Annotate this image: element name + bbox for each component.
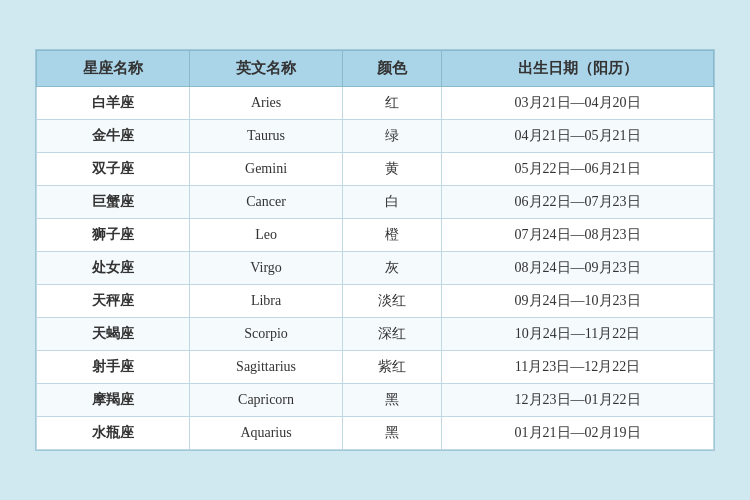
header-birthdate: 出生日期（阳历） [442, 51, 714, 87]
birth-dates: 10月24日—11月22日 [442, 318, 714, 351]
color-name: 黑 [343, 417, 442, 450]
english-name: Capricorn [190, 384, 343, 417]
chinese-name: 摩羯座 [37, 384, 190, 417]
english-name: Sagittarius [190, 351, 343, 384]
color-name: 绿 [343, 120, 442, 153]
english-name: Leo [190, 219, 343, 252]
color-name: 白 [343, 186, 442, 219]
english-name: Aquarius [190, 417, 343, 450]
color-name: 紫红 [343, 351, 442, 384]
birth-dates: 01月21日—02月19日 [442, 417, 714, 450]
birth-dates: 03月21日—04月20日 [442, 87, 714, 120]
chinese-name: 天秤座 [37, 285, 190, 318]
birth-dates: 11月23日—12月22日 [442, 351, 714, 384]
table-row: 白羊座Aries红03月21日—04月20日 [37, 87, 714, 120]
birth-dates: 12月23日—01月22日 [442, 384, 714, 417]
table-row: 狮子座Leo橙07月24日—08月23日 [37, 219, 714, 252]
chinese-name: 处女座 [37, 252, 190, 285]
chinese-name: 水瓶座 [37, 417, 190, 450]
color-name: 灰 [343, 252, 442, 285]
birth-dates: 08月24日—09月23日 [442, 252, 714, 285]
birth-dates: 06月22日—07月23日 [442, 186, 714, 219]
table-row: 天秤座Libra淡红09月24日—10月23日 [37, 285, 714, 318]
birth-dates: 09月24日—10月23日 [442, 285, 714, 318]
chinese-name: 射手座 [37, 351, 190, 384]
header-english-name: 英文名称 [190, 51, 343, 87]
chinese-name: 白羊座 [37, 87, 190, 120]
table-row: 金牛座Taurus绿04月21日—05月21日 [37, 120, 714, 153]
header-color: 颜色 [343, 51, 442, 87]
zodiac-table: 星座名称 英文名称 颜色 出生日期（阳历） 白羊座Aries红03月21日—04… [35, 49, 715, 451]
english-name: Libra [190, 285, 343, 318]
birth-dates: 07月24日—08月23日 [442, 219, 714, 252]
color-name: 黑 [343, 384, 442, 417]
chinese-name: 金牛座 [37, 120, 190, 153]
color-name: 黄 [343, 153, 442, 186]
table-row: 天蝎座Scorpio深红10月24日—11月22日 [37, 318, 714, 351]
table-row: 射手座Sagittarius紫红11月23日—12月22日 [37, 351, 714, 384]
table-row: 双子座Gemini黄05月22日—06月21日 [37, 153, 714, 186]
chinese-name: 巨蟹座 [37, 186, 190, 219]
color-name: 深红 [343, 318, 442, 351]
birth-dates: 05月22日—06月21日 [442, 153, 714, 186]
table-row: 处女座Virgo灰08月24日—09月23日 [37, 252, 714, 285]
chinese-name: 天蝎座 [37, 318, 190, 351]
header-chinese-name: 星座名称 [37, 51, 190, 87]
table-row: 巨蟹座Cancer白06月22日—07月23日 [37, 186, 714, 219]
chinese-name: 狮子座 [37, 219, 190, 252]
english-name: Scorpio [190, 318, 343, 351]
table-header-row: 星座名称 英文名称 颜色 出生日期（阳历） [37, 51, 714, 87]
english-name: Gemini [190, 153, 343, 186]
english-name: Taurus [190, 120, 343, 153]
table-row: 水瓶座Aquarius黑01月21日—02月19日 [37, 417, 714, 450]
color-name: 红 [343, 87, 442, 120]
birth-dates: 04月21日—05月21日 [442, 120, 714, 153]
english-name: Cancer [190, 186, 343, 219]
english-name: Virgo [190, 252, 343, 285]
chinese-name: 双子座 [37, 153, 190, 186]
color-name: 橙 [343, 219, 442, 252]
color-name: 淡红 [343, 285, 442, 318]
english-name: Aries [190, 87, 343, 120]
table-row: 摩羯座Capricorn黑12月23日—01月22日 [37, 384, 714, 417]
